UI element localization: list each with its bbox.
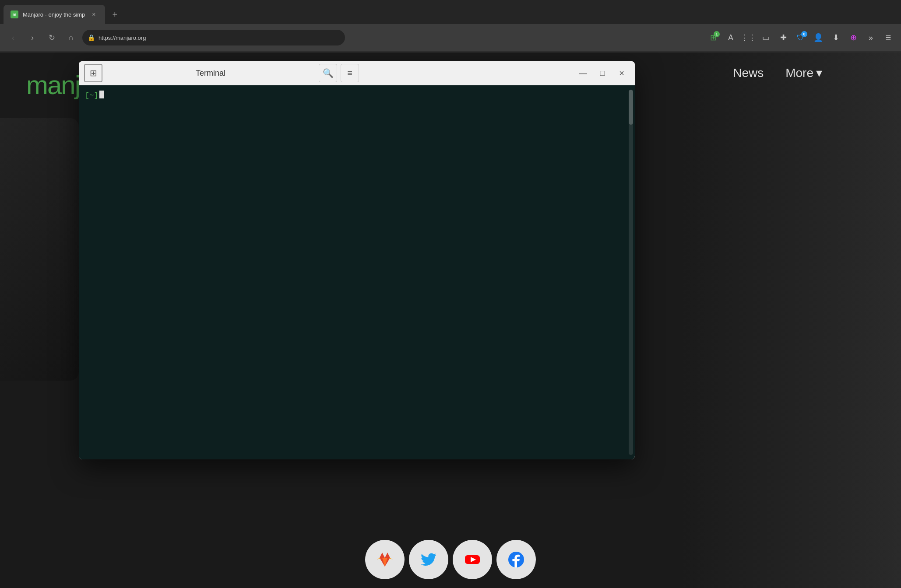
tab-bar: m Manjaro - enjoy the simp × +: [0, 0, 901, 24]
extension-plus[interactable]: ✚: [776, 30, 791, 45]
terminal-menu-button[interactable]: ≡: [341, 64, 359, 82]
lock-icon: 🔒: [88, 34, 95, 41]
ext1-badge: 1: [714, 31, 720, 37]
terminal-minimize-button[interactable]: —: [575, 65, 591, 81]
active-tab[interactable]: m Manjaro - enjoy the simp ×: [4, 5, 105, 24]
social-bar: [363, 540, 538, 579]
terminal-window: ⊞ Terminal 🔍 ≡ — □ × [ ~: [79, 61, 635, 459]
terminal-body[interactable]: [ ~ ]: [79, 85, 635, 459]
gitlab-social-button[interactable]: [365, 540, 405, 579]
address-bar[interactable]: 🔒 https://manjaro.org: [82, 30, 345, 46]
main-content: manjo News More ▾ ⊞ Terminal 🔍 ≡ —: [0, 52, 901, 588]
close-icon: ×: [619, 68, 624, 78]
site-nav-right: News More ▾: [733, 66, 822, 80]
toolbar-right: ⊞ 1 A ⋮⋮ ▭ ✚ 🛡 0 👤 ⬇: [706, 30, 896, 45]
prompt-tilde: ~: [89, 91, 94, 101]
tab-close-button[interactable]: ×: [89, 10, 98, 19]
twitter-social-button[interactable]: [409, 540, 448, 579]
twitter-icon: [420, 551, 437, 568]
extension-translate[interactable]: A: [723, 30, 738, 45]
maximize-icon: □: [600, 69, 605, 78]
extension-dots[interactable]: ⋮⋮: [741, 30, 756, 45]
reload-button[interactable]: ↻: [44, 30, 60, 46]
search-icon: 🔍: [323, 68, 334, 78]
new-tab-button[interactable]: +: [107, 7, 123, 22]
bg-decor-right: [682, 52, 901, 588]
tab-favicon: m: [11, 10, 18, 18]
new-tab-icon: ⊞: [90, 68, 97, 78]
nav-more[interactable]: More ▾: [785, 66, 822, 80]
prompt-bracket-close: ]: [94, 91, 98, 101]
nav-more-label: More: [785, 66, 813, 80]
facebook-icon: [507, 551, 525, 568]
browser-menu-button[interactable]: ≡: [881, 30, 896, 45]
terminal-new-tab-button[interactable]: ⊞: [84, 64, 102, 82]
extension-avatar[interactable]: 👤: [811, 30, 826, 45]
chevron-down-icon: ▾: [816, 66, 822, 80]
extension-arrow[interactable]: »: [863, 30, 878, 45]
extension-compass[interactable]: ⊕: [846, 30, 861, 45]
terminal-title: Terminal: [106, 69, 315, 78]
youtube-social-button[interactable]: [453, 540, 492, 579]
extension-screen[interactable]: ▭: [758, 30, 773, 45]
terminal-prompt-line: [ ~ ]: [85, 91, 629, 101]
extension-download[interactable]: ⬇: [828, 30, 843, 45]
terminal-scrollbar-thumb: [629, 90, 633, 125]
url-text: https://manjaro.org: [99, 35, 340, 41]
terminal-close-button[interactable]: ×: [614, 65, 630, 81]
gitlab-icon: [376, 551, 394, 568]
ext-badge-blue: 0: [801, 31, 807, 37]
forward-button[interactable]: ›: [25, 30, 40, 46]
hamburger-icon: ≡: [347, 68, 352, 78]
browser-toolbar: ‹ › ↻ ⌂ 🔒 https://manjaro.org ⊞ 1 A ⋮⋮ ▭: [0, 24, 901, 51]
youtube-icon: [464, 551, 481, 568]
home-button[interactable]: ⌂: [63, 30, 79, 46]
terminal-titlebar: ⊞ Terminal 🔍 ≡ — □ ×: [79, 61, 635, 85]
bg-decor-left: [0, 118, 79, 381]
browser-chrome: m Manjaro - enjoy the simp × + ‹ › ↻ ⌂ 🔒…: [0, 0, 901, 52]
tab-title: Manjaro - enjoy the simp: [23, 11, 85, 18]
terminal-search-button[interactable]: 🔍: [319, 64, 337, 82]
extension-shield[interactable]: 🛡 0: [793, 30, 808, 45]
minimize-icon: —: [579, 69, 587, 78]
back-button[interactable]: ‹: [5, 30, 21, 46]
facebook-social-button[interactable]: [496, 540, 536, 579]
prompt-bracket-open: [: [85, 91, 89, 101]
terminal-scrollbar[interactable]: [629, 90, 633, 455]
terminal-cursor: [99, 91, 104, 98]
nav-news[interactable]: News: [733, 66, 764, 80]
extension-1[interactable]: ⊞ 1: [706, 30, 721, 45]
terminal-maximize-button[interactable]: □: [595, 65, 610, 81]
